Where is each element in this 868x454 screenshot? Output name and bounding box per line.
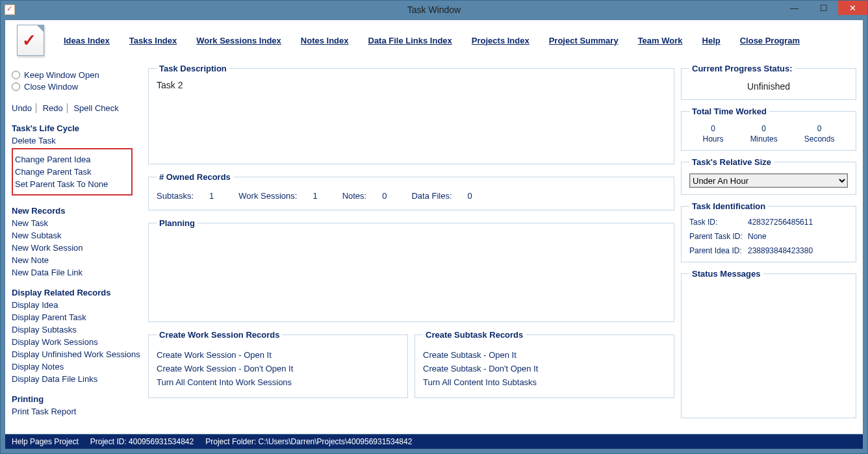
menu-ideas-index[interactable]: Ideas Index bbox=[64, 36, 110, 45]
task-identification-grid: Task ID: 428327256485611 Parent Task ID:… bbox=[689, 218, 848, 255]
section-newrecords-header: New Records bbox=[12, 206, 142, 216]
relative-size-select[interactable]: Under An Hour bbox=[689, 173, 848, 188]
link-change-parent-task[interactable]: Change Parent Task bbox=[15, 167, 129, 177]
notes-value: 0 bbox=[382, 191, 387, 201]
link-display-idea[interactable]: Display Idea bbox=[12, 300, 142, 310]
seconds-value: 0 bbox=[804, 124, 835, 133]
center: Task Description Task 2 # Owned Records … bbox=[148, 64, 674, 431]
menu-close-program[interactable]: Close Program bbox=[740, 36, 800, 45]
subtasks-label: Subtasks: bbox=[157, 191, 194, 201]
create-subtask-group: Create Subtask Records Create Subtask - … bbox=[415, 330, 674, 398]
time-worked-legend: Total Time Worked bbox=[689, 107, 769, 116]
link-new-data-file-link[interactable]: New Data File Link bbox=[12, 268, 142, 277]
notes-label: Notes: bbox=[342, 191, 367, 201]
datafiles-label: Data Files: bbox=[411, 191, 452, 201]
menu-data-file-links-index[interactable]: Data File Links Index bbox=[368, 36, 452, 45]
titlebar: Task Window — ☐ ✕ bbox=[1, 1, 867, 19]
create-subtask-legend: Create Subtask Records bbox=[423, 330, 526, 340]
redo-button[interactable]: Redo bbox=[39, 103, 68, 113]
link-display-parent-task[interactable]: Display Parent Task bbox=[12, 312, 142, 322]
status-messages-group: Status Messages bbox=[681, 269, 856, 418]
radio-keep-window-open[interactable]: Keep Window Open bbox=[12, 70, 142, 80]
client-area: Ideas Index Tasks Index Work Sessions In… bbox=[5, 20, 863, 434]
task-description-group: Task Description Task 2 bbox=[148, 64, 674, 164]
relative-size-legend: Task's Relative Size bbox=[689, 157, 774, 167]
link-cst-open[interactable]: Create Subtask - Open It bbox=[423, 350, 666, 360]
menu-project-summary[interactable]: Project Summary bbox=[549, 36, 619, 45]
time-worked-row: 0Hours 0Minutes 0Seconds bbox=[689, 123, 848, 144]
close-button[interactable]: ✕ bbox=[838, 1, 867, 15]
progress-status-group: Current Progress Status: Unfinished bbox=[681, 64, 856, 100]
statusbar-help[interactable]: Help Pages Project bbox=[12, 437, 79, 446]
link-display-work-sessions[interactable]: Display Work Sessions bbox=[12, 337, 142, 347]
create-work-session-group: Create Work Session Records Create Work … bbox=[148, 330, 408, 398]
task-description-legend: Task Description bbox=[157, 64, 229, 73]
menu-help[interactable]: Help bbox=[702, 36, 721, 45]
task-description-text[interactable]: Task 2 bbox=[157, 80, 666, 90]
link-print-task-report[interactable]: Print Task Report bbox=[12, 407, 142, 416]
link-new-work-session[interactable]: New Work Session bbox=[12, 243, 142, 253]
maximize-button[interactable]: ☐ bbox=[809, 1, 838, 15]
relative-size-group: Task's Relative Size Under An Hour bbox=[681, 157, 856, 195]
parent-ideaid-label: Parent Idea ID: bbox=[689, 246, 748, 255]
edit-tools: Undo Redo Spell Check bbox=[12, 103, 142, 113]
worksessions-label: Work Sessions: bbox=[238, 191, 297, 201]
menu-team-work[interactable]: Team Work bbox=[638, 36, 683, 45]
owned-records-row: Subtasks:1 Work Sessions:1 Notes:0 Data … bbox=[157, 188, 666, 203]
owned-records-group: # Owned Records Subtasks:1 Work Sessions… bbox=[148, 172, 674, 210]
spellcheck-button[interactable]: Spell Check bbox=[70, 103, 122, 113]
section-lifecycle-header: Task's Life Cycle bbox=[12, 123, 142, 133]
link-display-data-file-links[interactable]: Display Data File Links bbox=[12, 374, 142, 384]
radio-close-window-input[interactable] bbox=[12, 82, 20, 91]
menu-notes-index[interactable]: Notes Index bbox=[301, 36, 349, 45]
owned-records-legend: # Owned Records bbox=[157, 172, 233, 182]
minutes-label: Minutes bbox=[750, 134, 778, 144]
minimize-button[interactable]: — bbox=[780, 1, 809, 15]
create-work-session-legend: Create Work Session Records bbox=[157, 330, 282, 340]
link-cst-dont-open[interactable]: Create Subtask - Don't Open It bbox=[423, 364, 666, 373]
hours-label: Hours bbox=[703, 134, 724, 144]
time-worked-group: Total Time Worked 0Hours 0Minutes 0Secon… bbox=[681, 107, 856, 151]
planning-legend: Planning bbox=[157, 218, 198, 228]
parent-ideaid-value: 238893848423380 bbox=[748, 246, 848, 255]
link-cws-turn-all[interactable]: Turn All Content Into Work Sessions bbox=[157, 377, 400, 387]
radio-keep-window-open-label: Keep Window Open bbox=[24, 70, 99, 80]
menu-projects-index[interactable]: Projects Index bbox=[472, 36, 530, 45]
logo-icon bbox=[17, 25, 44, 56]
radio-close-window-label: Close Window bbox=[24, 82, 78, 92]
planning-group: Planning bbox=[148, 218, 674, 322]
create-records-row: Create Work Session Records Create Work … bbox=[148, 330, 674, 406]
link-cst-turn-all[interactable]: Turn All Content Into Subtasks bbox=[423, 377, 666, 387]
link-new-note[interactable]: New Note bbox=[12, 255, 142, 265]
link-change-parent-idea[interactable]: Change Parent Idea bbox=[15, 155, 129, 164]
seconds-label: Seconds bbox=[804, 134, 835, 144]
subtasks-value: 1 bbox=[209, 191, 214, 201]
worksessions-value: 1 bbox=[313, 191, 317, 201]
task-identification-legend: Task Identification bbox=[689, 201, 768, 211]
menu-tasks-index[interactable]: Tasks Index bbox=[129, 36, 177, 45]
link-new-subtask[interactable]: New Subtask bbox=[12, 231, 142, 240]
radio-close-window[interactable]: Close Window bbox=[12, 82, 142, 92]
link-display-unfinished-work-sessions[interactable]: Display Unfinished Work Sessions bbox=[12, 349, 142, 359]
window: Task Window — ☐ ✕ Ideas Index Tasks Inde… bbox=[0, 0, 868, 454]
link-delete-task[interactable]: Delete Task bbox=[12, 136, 142, 145]
link-display-notes[interactable]: Display Notes bbox=[12, 362, 142, 372]
link-display-subtasks[interactable]: Display Subtasks bbox=[12, 325, 142, 334]
undo-button[interactable]: Undo bbox=[12, 103, 36, 113]
hours-value: 0 bbox=[703, 124, 724, 133]
link-new-task[interactable]: New Task bbox=[12, 218, 142, 228]
radio-keep-window-open-input[interactable] bbox=[12, 71, 20, 79]
window-title: Task Window bbox=[407, 5, 461, 15]
section-printing-header: Printing bbox=[12, 394, 142, 404]
statusbar: Help Pages Project Project ID: 400956931… bbox=[5, 435, 863, 449]
section-display-header: Display Related Records bbox=[12, 288, 142, 297]
status-messages-legend: Status Messages bbox=[689, 269, 763, 279]
menubar: Ideas Index Tasks Index Work Sessions In… bbox=[5, 20, 863, 60]
statusbar-projectid: Project ID: 400956931534842 bbox=[90, 437, 194, 446]
body: Keep Window Open Close Window Undo Redo … bbox=[5, 60, 863, 434]
menu-work-sessions-index[interactable]: Work Sessions Index bbox=[196, 36, 281, 45]
link-cws-open[interactable]: Create Work Session - Open It bbox=[157, 350, 400, 360]
link-cws-dont-open[interactable]: Create Work Session - Don't Open It bbox=[157, 364, 400, 373]
minutes-value: 0 bbox=[750, 124, 778, 133]
link-set-parent-task-none[interactable]: Set Parent Task To None bbox=[15, 179, 129, 189]
